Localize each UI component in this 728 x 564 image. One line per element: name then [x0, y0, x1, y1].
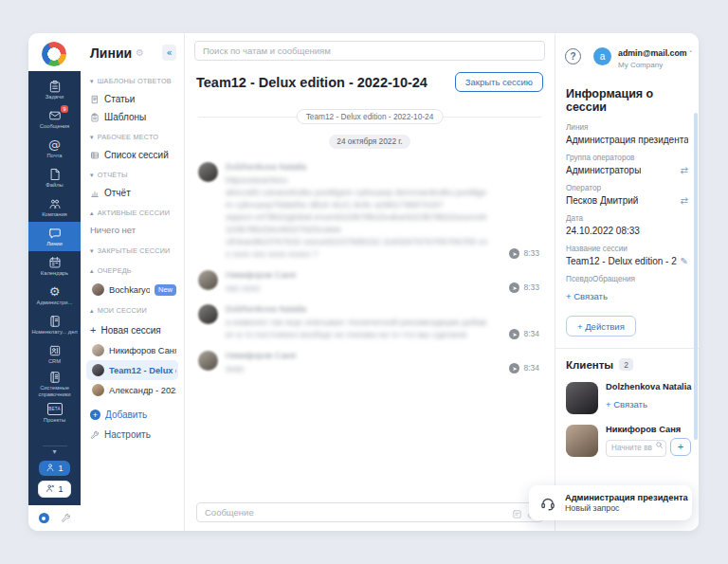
sidebar-section-header[interactable]: ▴ОЧЕРЕДЬ	[90, 260, 178, 280]
app-logo[interactable]	[42, 42, 66, 66]
rail-item-mail[interactable]: @Почта	[28, 134, 81, 163]
session-avatar	[92, 344, 104, 356]
status-dot-icon[interactable]	[39, 513, 49, 523]
actions-button[interactable]: + Действия	[566, 316, 636, 337]
session-list-item[interactable]: Александр - 2022-10-20	[90, 380, 178, 400]
settings-wrench-icon[interactable]	[61, 510, 71, 527]
message-text-redacted: httpsxxteamlxru	[226, 174, 488, 187]
rail-item-messages[interactable]: Сообщения9	[28, 104, 81, 134]
telegram-channel-icon: ➤	[509, 329, 519, 339]
sidebar-section-header[interactable]: ▾ЗАКРЫТЫЕ СЕССИИ	[90, 240, 178, 260]
rail-item-lines[interactable]: Линии	[28, 222, 81, 251]
client-row[interactable]: Никифоров Саня+	[566, 425, 688, 457]
sidebar-section-header[interactable]: ▾ШАБЛОНЫ ОТВЕТОВ	[90, 70, 178, 90]
rail-item-label: Сообщения	[40, 123, 69, 129]
session-field: ЛинияАдминистрация президента	[566, 123, 688, 145]
template-note-icon[interactable]	[512, 506, 522, 523]
app-background: ЗадачиСообщения9@ПочтаФайлыКомпанияЛинии…	[0, 0, 728, 564]
scrollbar-thumb[interactable]	[694, 113, 698, 440]
operator-icon	[46, 483, 55, 495]
chat-messages-area[interactable]: Team12 - Delux edition - 2022-10-24 24 о…	[185, 100, 555, 478]
message-row[interactable]: Dolzhenkova Nataliahttpsxxteamlxrualmco6…	[198, 158, 541, 266]
app-window: ЗадачиСообщения9@ПочтаФайлыКомпанияЛинии…	[28, 33, 699, 531]
chevron-up-icon: ▴	[90, 209, 94, 217]
rail-collapse-chevron-icon[interactable]: ▾	[43, 446, 67, 456]
company-icon	[48, 196, 62, 210]
article-icon	[90, 95, 100, 104]
sidebar-section-header[interactable]: ▾ОТЧЁТЫ	[90, 164, 178, 184]
field-label: Название сессии	[566, 245, 688, 253]
message-text-redacted: almco65 cutvanxkotku punklgsm cybvuaxp d…	[226, 187, 488, 211]
sidebar-item[interactable]: Отчёт	[90, 184, 178, 202]
add-button[interactable]: +Добавить	[90, 400, 178, 424]
message-time: 8:34	[523, 329, 539, 338]
rail-item-sysref[interactable]: Системные справочники	[28, 369, 81, 398]
link-connect[interactable]: + Связать	[566, 291, 608, 301]
session-list-item[interactable]: Bochkaryov Kirill - 2022-1New	[90, 280, 178, 300]
client-row[interactable]: Dolzhenkova Natalia+ Связать	[566, 382, 688, 414]
field-value: Администраторы	[566, 165, 641, 175]
notification-toast[interactable]: Администрация президента Новый запрос	[529, 485, 692, 520]
message-author-redacted: Dolzhenkova Natalia	[226, 162, 488, 172]
sidebar-section-header[interactable]: ▾РАБОЧЕЕ МЕСТО	[90, 126, 178, 146]
session-label: Никифоров Саня - 2022-10-24	[109, 346, 176, 355]
sidebar-item[interactable]: Шаблоны	[90, 108, 178, 126]
search-bar	[185, 33, 555, 66]
sidebar-item[interactable]: Список сессий	[90, 146, 178, 164]
account-avatar[interactable]: a	[593, 47, 611, 65]
sidebar-section-header[interactable]: ▴АКТИВНЫЕ СЕССИИ	[90, 202, 178, 222]
swap-operator-icon[interactable]: ⇄	[681, 165, 688, 175]
online-operators-counter[interactable]: 1	[38, 481, 70, 498]
message-text-redacted: хах хохо	[226, 282, 488, 295]
field-label: Линия	[566, 123, 688, 132]
session-list-item[interactable]: Team12 - Delux edition - 2022	[86, 360, 178, 380]
rail-item-nomenclature[interactable]: Номенклату... дел	[28, 310, 81, 339]
online-users-counter[interactable]: 1	[39, 461, 69, 476]
client-avatar	[566, 425, 598, 457]
message-input[interactable]	[196, 502, 543, 522]
sidebar-gear-icon[interactable]: ⚙	[136, 47, 144, 58]
chevron-down-icon: ▾	[90, 247, 94, 255]
rail-item-crm[interactable]: CRM	[28, 339, 81, 369]
message-row[interactable]: Никифоров Саняахах➤8:34	[198, 347, 541, 381]
search-input[interactable]	[194, 41, 545, 61]
rail-items: ЗадачиСообщения9@ПочтаФайлыКомпанияЛинии…	[28, 71, 81, 442]
session-field: Название сессииTeam12 - Delux edition - …	[566, 245, 688, 266]
projects-icon: BETA	[47, 402, 63, 416]
new-session-button[interactable]: +Новая сессия	[90, 319, 178, 340]
telegram-channel-icon: ➤	[509, 282, 519, 293]
client-add-button[interactable]: +	[670, 438, 691, 456]
user-icon	[46, 463, 55, 474]
help-icon[interactable]: ?	[565, 48, 581, 64]
rail-item-files[interactable]: Файлы	[28, 163, 81, 192]
sidebar-title: Линии	[90, 45, 132, 61]
operator-headset-icon	[537, 493, 558, 514]
session-list-item[interactable]: Никифоров Саня - 2022-10-24	[90, 340, 178, 360]
session-avatar	[92, 364, 104, 376]
crm-icon	[48, 343, 62, 357]
rail-item-admin[interactable]: ⚙Администри...	[28, 281, 81, 310]
unread-badge: 9	[61, 105, 68, 113]
plus-icon: +	[90, 324, 96, 336]
rail-item-projects[interactable]: BETAПроекты	[28, 398, 81, 428]
sidebar-item[interactable]: Статьи	[90, 90, 178, 108]
rail-item-calendar[interactable]: Календарь	[28, 251, 81, 281]
message-row[interactable]: Dolzhenkova Nataliaа изменял так еще опи…	[198, 300, 541, 347]
wrench-icon	[90, 430, 100, 440]
client-connect-link[interactable]: + Связать	[606, 399, 647, 409]
edit-pencil-icon[interactable]: ✎	[681, 256, 688, 266]
rail-item-label: Линии	[46, 241, 63, 246]
message-time: 8:33	[523, 248, 539, 258]
close-session-button[interactable]: Закрыть сессию	[455, 72, 543, 92]
swap-operator-icon[interactable]: ⇄	[681, 195, 688, 206]
rail-item-tasks[interactable]: Задачи	[28, 75, 81, 104]
rail-bottom: ▾ 1 1	[28, 442, 81, 505]
sysref-icon	[48, 370, 62, 384]
message-row[interactable]: Никифоров Саняхах хохо➤8:33	[198, 266, 541, 300]
sidebar-collapse-button[interactable]: «	[162, 45, 176, 61]
messages-icon	[48, 108, 62, 122]
account-info[interactable]: admin@mail.com ˅ My Company	[618, 43, 693, 69]
configure-button[interactable]: Настроить	[90, 424, 178, 446]
sidebar-section-header[interactable]: ▴МОИ СЕССИИ	[90, 300, 178, 319]
rail-item-company[interactable]: Компания	[28, 192, 81, 222]
